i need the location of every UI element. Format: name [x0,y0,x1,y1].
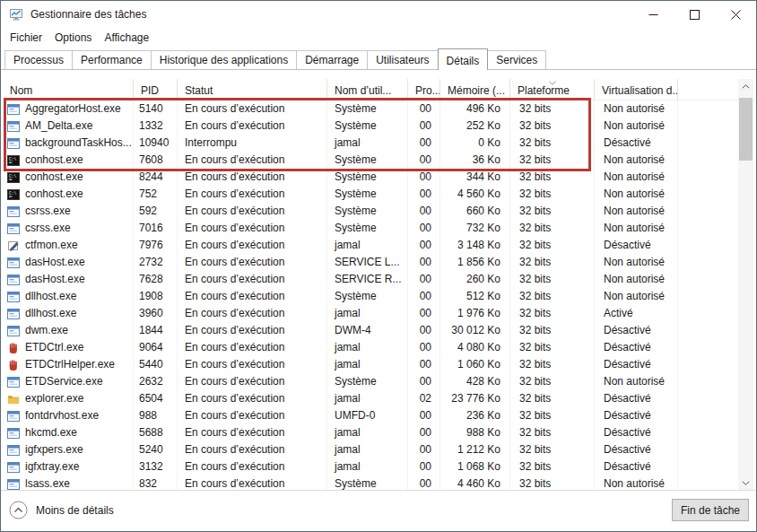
process-row[interactable]: dasHost.exe2732En cours d’exécutionSERVI… [1,254,738,271]
cell-filler [678,135,738,152]
column-label: Virtualisation d... [602,84,678,97]
cell-user: Système [327,118,408,135]
end-task-button[interactable]: Fin de tâche [672,499,749,521]
column-label: Mémoire (... [448,84,505,97]
cell-memory: 4 560 Ko [440,186,510,203]
process-row[interactable]: backgroundTaskHos...10940Interrompujamal… [1,135,738,152]
cell-memory: 1 060 Ko [440,356,510,373]
process-row[interactable]: C:\conhost.exe752En cours d’exécutionSys… [1,186,738,203]
minimize-button[interactable] [632,1,674,28]
folder-icon [7,393,20,406]
process-row[interactable]: dllhost.exe3960En cours d’exécutionjamal… [1,305,738,322]
process-row[interactable]: explorer.exe6504En cours d’exécutionjama… [1,390,738,407]
cell-cpu: 00 [408,356,440,373]
process-name: lsass.exe [25,475,70,491]
column-label: Statut [185,84,213,97]
cell-status: En cours d’exécution [178,186,327,203]
cell-cpu: 00 [408,135,440,152]
tab-services[interactable]: Services [487,50,546,69]
process-name: dwm.exe [25,322,68,339]
tab-historique-des-applications[interactable]: Historique des applications [151,50,297,69]
process-row[interactable]: dllhost.exe1908En cours d’exécutionSystè… [1,288,738,305]
process-row[interactable]: C:\conhost.exe7608En cours d’exécutionSy… [1,152,738,169]
column-header-filler[interactable] [678,79,738,100]
process-row[interactable]: igfxpers.exe5240En cours d’exécutionjama… [1,441,738,458]
process-row[interactable]: lsass.exe832En cours d’exécutionSystème0… [1,475,738,491]
cell-memory: 1 212 Ko [440,441,510,458]
process-row[interactable]: csrss.exe7016En cours d’exécutionSystème… [1,220,738,237]
close-button[interactable] [715,1,756,28]
scrollbar-thumb[interactable] [739,98,753,161]
column-header-name[interactable]: Nom [1,79,134,100]
menu-affichage[interactable]: Affichage [104,31,149,44]
maximize-button[interactable] [674,1,715,28]
process-row[interactable]: ETDCtrl.exe9064En cours d’exécutionjamal… [1,339,738,356]
process-row[interactable]: ETDCtrlHelper.exe5440En cours d’exécutio… [1,356,738,373]
cell-platform: 32 bits [510,118,595,135]
process-row[interactable]: dasHost.exe7628En cours d’exécutionSERVI… [1,271,738,288]
cell-pid: 1844 [134,322,178,339]
app-window-icon [7,427,20,440]
cell-user: jamal [327,424,408,441]
vertical-scrollbar[interactable] [738,79,753,491]
process-row[interactable]: ETDService.exe2632En cours d’exécutionSy… [1,373,738,390]
cell-cpu: 00 [408,118,440,135]
cell-name: lsass.exe [1,475,134,491]
cell-name: dasHost.exe [1,271,134,288]
cell-virtualization: Non autorisé [595,152,678,169]
process-row[interactable]: ctfmon.exe7976En cours d’exécutionjamal0… [1,237,738,254]
cell-memory: 36 Ko [440,152,510,169]
cell-status: Interrompu [178,135,327,152]
process-row[interactable]: AM_Delta.exe1332En cours d’exécutionSyst… [1,118,738,135]
tab-performance[interactable]: Performance [72,50,152,69]
scroll-down-button[interactable] [738,475,753,491]
less-details-toggle[interactable]: Moins de détails [9,501,114,519]
cell-platform: 32 bits [510,254,595,271]
cell-filler [678,441,738,458]
column-label: Plateforme [518,84,570,97]
column-header-user[interactable]: Nom d’util... [327,79,408,100]
cell-user: Système [327,203,408,220]
tab-processus[interactable]: Processus [4,50,73,69]
cell-status: En cours d’exécution [178,100,327,118]
column-header-pid[interactable]: PID [134,79,178,100]
column-label: Nom [10,84,32,97]
process-row[interactable]: fontdrvhost.exe988En cours d’exécutionUM… [1,407,738,424]
menu-bar: FichierOptionsAffichage [1,28,756,48]
tab-d-tails[interactable]: Détails [438,48,489,70]
cell-filler [678,118,738,135]
scroll-up-button[interactable] [738,79,753,94]
process-row[interactable]: csrss.exe592En cours d’exécutionSystème0… [1,203,738,220]
cell-platform: 32 bits [510,305,595,322]
cell-platform: 32 bits [510,373,595,390]
column-header-cpu[interactable]: Pro... [408,79,440,100]
column-header-virtualization[interactable]: Virtualisation d... [595,79,678,100]
cell-status: En cours d’exécution [178,118,327,135]
process-name: conhost.exe [25,169,83,186]
menu-options[interactable]: Options [55,31,91,44]
column-header-status[interactable]: Statut [178,79,327,100]
cell-status: En cours d’exécution [178,305,327,322]
tab-utilisateurs[interactable]: Utilisateurs [367,50,438,69]
process-row[interactable]: AggregatorHost.exe5140En cours d’exécuti… [1,100,738,118]
column-header-platform[interactable]: Plateforme [510,79,595,100]
cell-status: En cours d’exécution [178,390,327,407]
tab-d-marrage[interactable]: Démarrage [296,50,368,69]
menu-fichier[interactable]: Fichier [10,31,42,44]
cell-status: En cours d’exécution [178,373,327,390]
cell-platform: 32 bits [510,237,595,254]
cell-user: jamal [327,441,408,458]
console-icon: C:\ [7,171,20,184]
process-row[interactable]: igfxtray.exe3132En cours d’exécutionjama… [1,458,738,475]
process-row[interactable]: hkcmd.exe5688En cours d’exécutionjamal00… [1,424,738,441]
column-header-memory[interactable]: Mémoire (... [440,79,510,100]
cell-pid: 5140 [134,100,178,118]
cell-virtualization: Non autorisé [595,169,678,186]
process-row[interactable]: dwm.exe1844En cours d’exécutionDWM-40030… [1,322,738,339]
svg-text:C:\: C:\ [9,191,17,196]
process-name: hkcmd.exe [25,424,77,441]
cell-filler [678,322,738,339]
process-name: AM_Delta.exe [25,118,92,135]
process-row[interactable]: C:\conhost.exe8244En cours d’exécutionSy… [1,169,738,186]
cell-status: En cours d’exécution [178,407,327,424]
